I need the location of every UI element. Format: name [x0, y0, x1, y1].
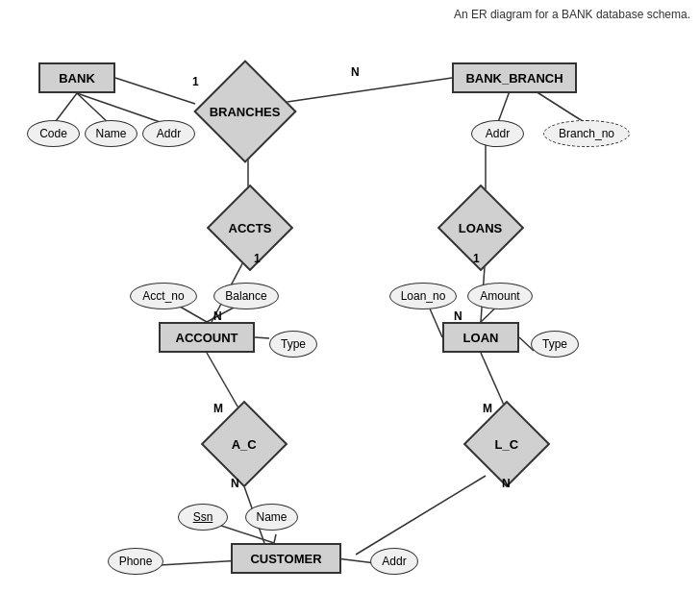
cardinality-1-bb-loans: 1: [473, 252, 480, 265]
entity-loan: LOAN: [442, 322, 519, 353]
relationship-accts: ACCTS: [207, 185, 294, 272]
attr-acc-type: Type: [269, 331, 317, 358]
attr-acc-balance: Balance: [213, 283, 279, 309]
entity-customer: CUSTOMER: [231, 543, 341, 574]
attr-cust-addr: Addr: [370, 548, 418, 575]
attr-cust-name: Name: [245, 504, 298, 531]
svg-line-13: [255, 337, 269, 338]
attr-cust-phone: Phone: [108, 548, 163, 575]
entity-account: ACCOUNT: [159, 322, 255, 353]
attr-bb-branch-no: Branch_no: [543, 120, 630, 147]
svg-line-1: [274, 78, 452, 104]
attr-loan-type: Type: [531, 331, 579, 358]
cardinality-1-bank-branches: 1: [192, 75, 199, 88]
cardinality-n-lc-customer: N: [502, 477, 511, 490]
attr-loan-amount: Amount: [467, 283, 533, 309]
relationship-branches: BRANCHES: [193, 60, 296, 162]
diagram-caption: An ER diagram for a BANK database schema…: [454, 8, 690, 21]
attr-cust-ssn: Ssn: [178, 504, 228, 531]
attr-bank-addr: Addr: [142, 120, 195, 147]
entity-bank-branch: BANK_BRANCH: [452, 62, 577, 93]
cardinality-m-loan-lc: M: [483, 402, 492, 415]
cardinality-m-account-ac: M: [213, 402, 223, 415]
attr-bank-code: Code: [27, 120, 80, 147]
svg-line-22: [274, 534, 276, 543]
svg-line-4: [77, 93, 168, 125]
attr-loan-loan-no: Loan_no: [389, 283, 457, 309]
cardinality-n-accts-account: N: [213, 309, 222, 323]
attr-bank-name: Name: [85, 120, 138, 147]
er-diagram-canvas: An ER diagram for a BANK database schema…: [0, 0, 700, 593]
cardinality-n-ac-customer: N: [231, 477, 239, 490]
relationship-loans: LOANS: [438, 185, 525, 272]
relationship-lc: L_C: [463, 401, 551, 488]
svg-line-20: [356, 476, 486, 555]
cardinality-n-branches-bb: N: [351, 65, 360, 79]
svg-line-17: [207, 353, 240, 411]
svg-line-0: [115, 78, 195, 104]
cardinality-1-branches-accts: 1: [254, 252, 261, 265]
attr-bb-addr: Addr: [471, 120, 524, 147]
attr-acc-acct-no: Acct_no: [130, 283, 197, 309]
cardinality-n-loans-loan: N: [454, 309, 462, 323]
entity-bank: BANK: [38, 62, 115, 93]
